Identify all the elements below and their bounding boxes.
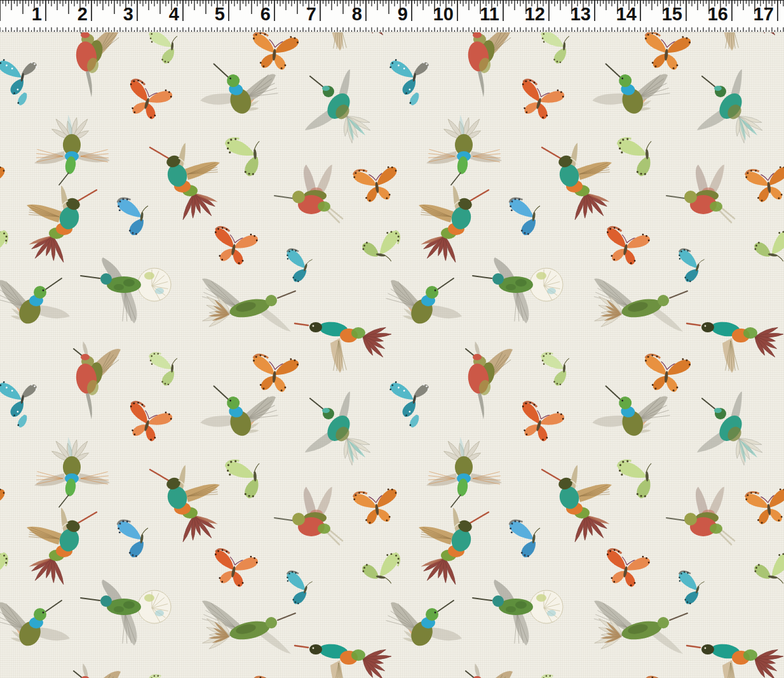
ruler-number: 4 — [169, 4, 179, 24]
ruler-number: 7 — [306, 4, 316, 24]
ruler-number: 3 — [123, 4, 133, 24]
inch-ruler: 1234567891011121314151617 — [0, 0, 784, 32]
ruler-number: 2 — [78, 4, 88, 24]
ruler-number: 9 — [398, 4, 408, 24]
ruler-number: 12 — [525, 4, 545, 24]
ruler-number: 14 — [616, 4, 637, 24]
ruler-number: 11 — [480, 4, 499, 24]
fabric-swatch-photo: 1234567891011121314151617 — [0, 0, 784, 678]
ruler-number: 5 — [215, 4, 225, 24]
ruler-number: 13 — [571, 4, 591, 24]
ruler-number: 6 — [260, 4, 271, 24]
ruler-number: 8 — [352, 4, 362, 24]
fabric-background — [0, 32, 784, 678]
hummingbird-butterfly-pattern — [0, 32, 784, 678]
ruler-scale: 1234567891011121314151617 — [0, 0, 784, 32]
ruler-number: 16 — [708, 4, 728, 24]
ruler-number: 1 — [32, 4, 42, 24]
ruler-number: 15 — [662, 4, 682, 24]
ruler-number: 17 — [754, 4, 774, 24]
ruler-number: 10 — [433, 4, 454, 24]
